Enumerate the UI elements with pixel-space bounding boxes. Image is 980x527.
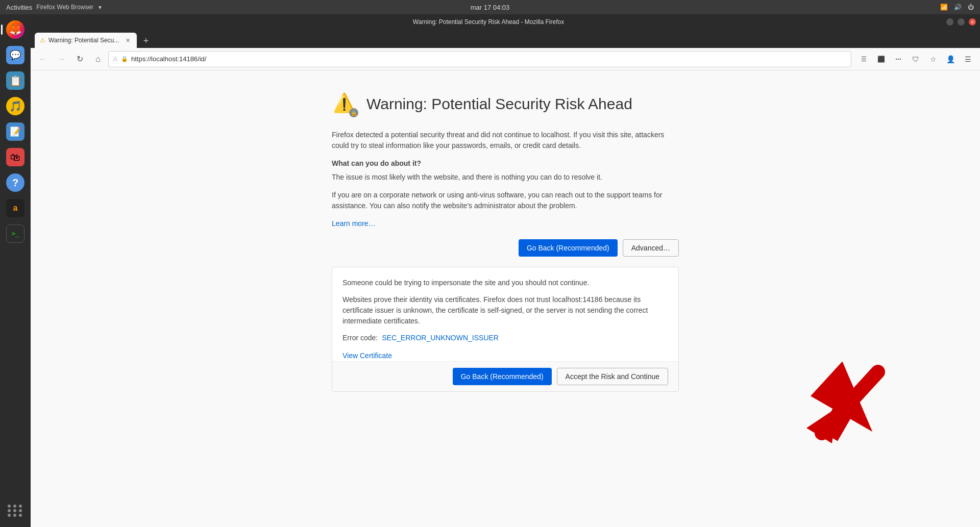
- maximize-button[interactable]: □: [958, 18, 965, 26]
- sidebar-app-music[interactable]: 🎵: [4, 95, 27, 117]
- files-icon: 📋: [6, 71, 24, 90]
- amazon-icon: a: [6, 199, 24, 217]
- page-content: ⚠️ 🔒 Warning: Potential Security Risk Ah…: [31, 70, 980, 527]
- sidebar-app-messaging[interactable]: 💬: [4, 44, 27, 66]
- music-icon: 🎵: [6, 97, 24, 115]
- warning-body: Firefox detected a potential security th…: [332, 130, 679, 229]
- page-title: Warning: Potential Security Risk Ahead: [366, 95, 632, 113]
- home-button[interactable]: ⌂: [90, 51, 106, 67]
- navbar: ← → ↻ ⌂ ⚠ 🔒 https://localhost:14186/id/ …: [31, 48, 980, 70]
- forward-button[interactable]: →: [53, 51, 69, 67]
- sidebar-app-amazon[interactable]: a: [4, 197, 27, 219]
- issue-text: The issue is most likely with the websit…: [332, 172, 679, 183]
- warning-header: ⚠️ 🔒 Warning: Potential Security Risk Ah…: [332, 91, 679, 117]
- tabbar: ⚠ Warning: Potential Secu... ✕ +: [31, 30, 980, 48]
- ubuntu-sidebar: 🦊 💬 📋 🎵 📝 🛍 ? a >_: [0, 14, 31, 527]
- dropdown-arrow-icon: ▼: [97, 5, 103, 10]
- apps-grid-button[interactable]: [4, 499, 27, 522]
- impersonate-text: Someone could be trying to impersonate t…: [342, 278, 668, 288]
- main-button-row: Go Back (Recommended) Advanced…: [332, 239, 679, 257]
- appstore-icon: 🛍: [6, 148, 24, 166]
- sidebar-app-files[interactable]: 📋: [4, 69, 27, 92]
- firefox-icon: 🦊: [6, 20, 24, 39]
- go-back-recommended-button[interactable]: Go Back (Recommended): [519, 239, 618, 257]
- view-certificate-link[interactable]: View Certificate: [342, 352, 392, 360]
- error-code-link[interactable]: SEC_ERROR_UNKNOWN_ISSUER: [382, 333, 499, 343]
- url-display: https://localhost:14186/id/: [131, 55, 206, 63]
- warning-lock-badge: 🔒: [349, 108, 358, 117]
- help-icon: ?: [6, 173, 24, 192]
- desktop-topbar: Activities Firefox Web Browser ▼ mar 17 …: [0, 0, 980, 14]
- security-warning-icon: ⚠: [113, 56, 118, 62]
- sidebar-toggle-button[interactable]: ⬛: [873, 51, 889, 67]
- firefox-browser-label[interactable]: Firefox Web Browser: [36, 4, 93, 11]
- datetime-display: mar 17 04:03: [471, 4, 510, 11]
- warning-icon-wrapper: ⚠️ 🔒: [332, 91, 358, 117]
- titlebar-controls: — □ ✕: [946, 18, 976, 26]
- certificate-text: Websites prove their identity via certif…: [342, 294, 668, 327]
- nav-right-buttons: ☰ ⬛ ··· 🛡 ☆ 👤 ☰: [855, 51, 976, 67]
- tab-label: Warning: Potential Secu...: [48, 37, 120, 44]
- what-todo-label: What can you do about it?: [332, 158, 679, 169]
- shield-button[interactable]: 🛡: [908, 51, 924, 67]
- bookmark-button[interactable]: ☆: [925, 51, 941, 67]
- corporate-text: If you are on a corporate network or usi…: [332, 190, 679, 211]
- back-button[interactable]: ←: [35, 51, 51, 67]
- advanced-button-row: Go Back (Recommended) Accept the Risk an…: [332, 361, 678, 391]
- more-button[interactable]: ···: [890, 51, 906, 67]
- menu-button[interactable]: ☰: [960, 51, 976, 67]
- messaging-icon: 💬: [6, 46, 24, 64]
- description-text: Firefox detected a potential security th…: [332, 130, 679, 151]
- close-button[interactable]: ✕: [969, 18, 976, 26]
- error-code-label: Error code:: [342, 333, 378, 343]
- advanced-button[interactable]: Advanced…: [623, 239, 679, 257]
- learn-more-link[interactable]: Learn more…: [332, 219, 376, 228]
- address-bar[interactable]: ⚠ 🔒 https://localhost:14186/id/: [108, 51, 851, 67]
- reader-view-button[interactable]: ☰: [855, 51, 872, 67]
- new-tab-button[interactable]: +: [139, 34, 153, 48]
- terminal-icon: >_: [6, 224, 24, 243]
- warning-container: ⚠️ 🔒 Warning: Potential Security Risk Ah…: [332, 91, 679, 507]
- activities-label[interactable]: Activities: [6, 4, 32, 11]
- titlebar-title: Warning: Potential Security Risk Ahead -…: [35, 18, 942, 26]
- apps-grid-icon: [8, 505, 23, 517]
- notes-icon: 📝: [6, 122, 24, 141]
- sidebar-app-appstore[interactable]: 🛍: [4, 146, 27, 168]
- sidebar-app-notes[interactable]: 📝: [4, 120, 27, 143]
- reload-button[interactable]: ↻: [71, 51, 88, 67]
- sidebar-app-firefox[interactable]: 🦊: [4, 18, 27, 41]
- power-icon: ⏻: [968, 4, 974, 11]
- firefox-window: Warning: Potential Security Risk Ahead -…: [31, 14, 980, 527]
- error-code-row: Error code: SEC_ERROR_UNKNOWN_ISSUER: [342, 333, 668, 343]
- go-back-recommended-advanced-button[interactable]: Go Back (Recommended): [453, 368, 552, 385]
- tab-close-button[interactable]: ✕: [124, 36, 132, 44]
- network-icon: 📶: [940, 4, 948, 11]
- accept-risk-continue-button[interactable]: Accept the Risk and Continue: [557, 368, 668, 385]
- tab-warning-icon: ⚠: [40, 37, 45, 44]
- lock-icon: 🔒: [121, 56, 128, 62]
- titlebar: Warning: Potential Security Risk Ahead -…: [31, 14, 980, 30]
- sidebar-app-help[interactable]: ?: [4, 171, 27, 194]
- advanced-panel: Someone could be trying to impersonate t…: [332, 267, 679, 392]
- minimize-button[interactable]: —: [946, 18, 953, 26]
- sidebar-app-terminal[interactable]: >_: [4, 222, 27, 245]
- volume-icon: 🔊: [954, 4, 962, 11]
- account-button[interactable]: 👤: [942, 51, 959, 67]
- active-tab[interactable]: ⚠ Warning: Potential Secu... ✕: [35, 33, 137, 48]
